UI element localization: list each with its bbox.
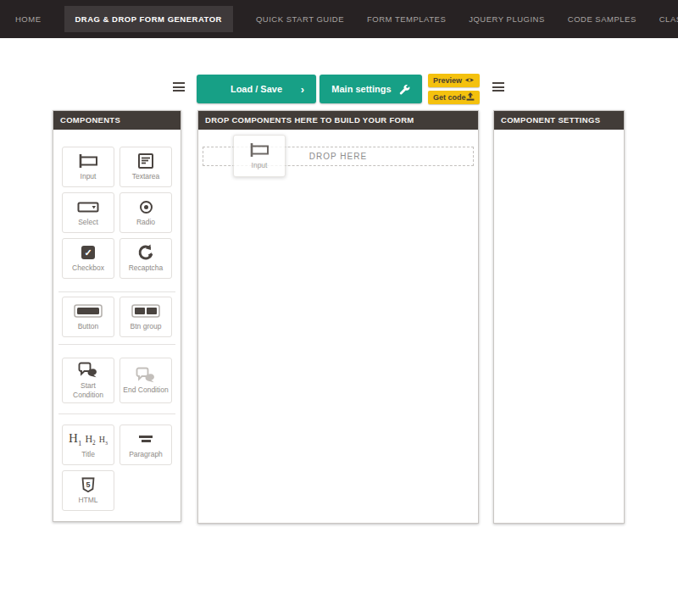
start-condition-icon [78,362,98,379]
nav-item-jquery-plugins[interactable]: JQUERY PLUGINS [469,14,545,24]
component-title[interactable]: H1 H2 H3 Title [62,425,114,465]
canvas-body: DROP HERE Input [198,130,478,523]
nav-item-code-samples[interactable]: CODE SAMPLES [568,14,636,24]
component-checkbox[interactable]: ✓ Checkbox [62,238,114,279]
component-textarea[interactable]: Textarea [119,147,172,187]
paragraph-icon [139,430,153,447]
settings-panel-title: COMPONENT SETTINGS [494,111,624,130]
nav-item-class-doc[interactable]: CLASS DOC. [659,14,678,24]
component-end-condition[interactable]: End Condition [119,358,172,403]
group-divider [58,344,175,345]
top-navigation: HOME DRAG & DROP FORM GENERATOR QUICK ST… [0,0,678,38]
hamburger-icon [173,82,185,84]
button-icon [74,302,103,319]
form-canvas-panel: DROP COMPONENTS HERE TO BUILD YOUR FORM … [197,110,479,524]
radio-icon [140,198,153,215]
dragged-input-component[interactable]: Input [233,135,286,177]
load-save-label: Load / Save [231,84,282,94]
canvas-panel-title: DROP COMPONENTS HERE TO BUILD YOUR FORM [198,111,478,130]
checkbox-icon: ✓ [81,244,95,261]
component-start-condition[interactable]: Start Condition [62,358,114,403]
component-radio[interactable]: Radio [119,192,172,233]
component-settings-panel: COMPONENT SETTINGS [493,110,625,524]
component-btn-group[interactable]: Btn group [119,297,172,337]
components-group-buttons: Button Btn group [53,297,181,337]
nav-item-home[interactable]: HOME [15,14,42,24]
component-paragraph[interactable]: Paragraph [119,425,172,465]
main-settings-button[interactable]: Main settings [320,75,422,103]
nav-item-quick-start[interactable]: QUICK START GUIDE [256,14,344,24]
main-settings-label: Main settings [331,84,391,94]
svg-text:5: 5 [86,480,90,488]
preview-button[interactable]: Preview [428,74,480,87]
input-icon [77,153,99,169]
recaptcha-icon [137,244,154,261]
component-input[interactable]: Input [62,147,114,187]
nav-item-form-templates[interactable]: FORM TEMPLATES [367,14,446,24]
components-group-text: H1 H2 H3 Title Paragraph 5 [53,425,181,511]
group-divider [58,291,175,292]
hamburger-icon [492,82,504,84]
upload-icon [466,92,475,103]
menu-toggle-right[interactable] [492,82,504,94]
component-select[interactable]: Select [62,192,114,233]
get-code-label: Get code [433,93,466,102]
input-icon [248,142,270,158]
form-generator-page: HOME DRAG & DROP FORM GENERATOR QUICK ST… [0,0,678,616]
preview-label: Preview [433,76,462,85]
components-panel-title: COMPONENTS [53,111,181,130]
menu-toggle-left[interactable] [173,82,185,94]
select-icon [77,198,99,215]
get-code-button[interactable]: Get code [428,91,480,104]
components-panel: COMPONENTS Input [53,110,181,522]
preview-getcode-group: Preview Get code [428,74,480,104]
component-recaptcha[interactable]: Recaptcha [119,238,172,279]
btn-group-icon [131,302,160,319]
component-html[interactable]: 5 HTML [62,470,114,511]
textarea-icon [137,153,154,169]
nav-item-form-generator[interactable]: DRAG & DROP FORM GENERATOR [64,6,233,32]
html5-icon: 5 [81,476,95,493]
load-save-button[interactable]: Load / Save › [197,75,316,103]
end-condition-icon [136,366,156,383]
components-group-conditions: Start Condition End Condition [53,358,181,403]
components-group-basic: Input Textarea [53,147,181,279]
wrench-icon [399,80,410,97]
component-button[interactable]: Button [62,297,114,337]
drop-zone-label: DROP HERE [309,152,367,161]
chevron-right-icon: › [301,84,304,95]
title-icon: H1 H2 H3 [69,430,108,447]
group-divider [58,413,175,414]
eye-icon [464,76,475,86]
